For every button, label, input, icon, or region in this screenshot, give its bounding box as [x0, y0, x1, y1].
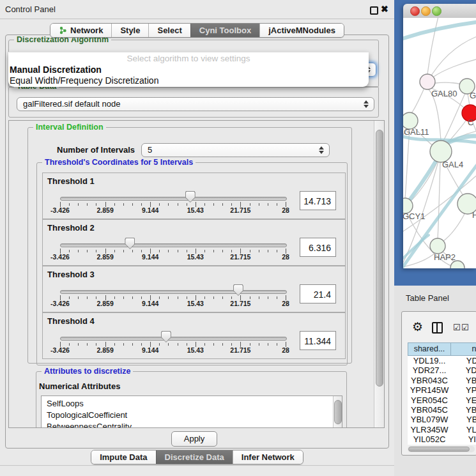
bottom-tab-bar: Impute DataDiscretize DataInfer Network [0, 450, 394, 464]
tab-discretize-data[interactable]: Discretize Data [156, 450, 233, 464]
threshold-slider-track[interactable] [60, 290, 287, 294]
threshold-slider-thumb[interactable] [185, 191, 196, 203]
network-edge-highlighted [403, 22, 476, 40]
slider-tick [78, 296, 79, 299]
settings-vertical-scrollbar[interactable] [374, 121, 384, 427]
tab-impute-data[interactable]: Impute Data [91, 450, 155, 464]
network-node-label: C [468, 118, 473, 127]
table-row[interactable]: YBR045CYBR0 [408, 405, 476, 415]
popup-item-equal-width-frequency[interactable]: Equal Width/Frequency Discretization [10, 75, 158, 86]
slider-tick-label: 21.715 [221, 300, 259, 307]
threshold-panel: Threshold 4 11.344 -3.4262.8599.14415.43… [42, 312, 346, 359]
table-row[interactable]: YDL19...YDL1 [408, 356, 476, 365]
table-row[interactable]: YPR145WYPR1 [408, 385, 476, 395]
attribute-list-item[interactable]: BetweennessCentrality [42, 420, 342, 428]
table-data-combobox[interactable]: galFiltered.sif default node [17, 97, 374, 111]
threshold-slider-thumb[interactable] [125, 238, 135, 249]
float-window-icon[interactable] [370, 6, 378, 15]
slider-tick [141, 203, 142, 206]
slider-tick-label: 15.43 [176, 206, 215, 214]
zoom-traffic-light-icon[interactable] [432, 6, 441, 16]
table-row[interactable]: YDR27...YDR2 [408, 365, 476, 375]
slider-tick-label: 2.859 [86, 253, 125, 261]
attributes-group-title: Attributes to discretize [42, 367, 133, 376]
application-root: Control Panel ✖ NetworkStyleSelectCyni T… [0, 0, 476, 476]
column-split-icon[interactable] [432, 322, 443, 334]
slider-tick [204, 343, 205, 346]
tab-label: Cyni Toolbox [199, 26, 251, 35]
tab-jactivemnodules[interactable]: jActiveMNodules [259, 24, 344, 37]
tab-label: Select [157, 26, 181, 35]
slider-tick [277, 343, 277, 346]
table-row[interactable]: YIL052CYIL0 [408, 434, 476, 444]
close-traffic-light-icon[interactable] [410, 6, 420, 16]
number-of-intervals-spinner[interactable]: 5 [141, 143, 330, 157]
threshold-slider-thumb[interactable] [161, 331, 171, 342]
network-edge [427, 18, 438, 74]
attributes-list-scrollbar[interactable] [333, 396, 342, 428]
column-header-1[interactable]: na [451, 342, 476, 356]
slider-tick-label: 28 [266, 253, 305, 261]
threshold-slider-track[interactable] [60, 243, 287, 247]
checkbox-icon[interactable]: ☑ [453, 323, 461, 332]
slider-tick [187, 296, 187, 299]
slider-tick [259, 203, 259, 206]
slider-tick [132, 203, 133, 206]
slider-tick [250, 296, 250, 299]
minimize-traffic-light-icon[interactable] [421, 6, 431, 16]
slider-tick [168, 250, 169, 252]
slider-tick-label: 21.715 [221, 253, 259, 261]
slider-tick [69, 250, 70, 252]
attribute-list-item[interactable]: TopologicalCoefficient [42, 409, 342, 420]
numerical-attributes-list[interactable]: SelfLoopsTopologicalCoefficientBetweenne… [41, 395, 342, 428]
tab-infer-network[interactable]: Infer Network [233, 450, 303, 464]
apply-button[interactable]: Apply [171, 431, 217, 447]
threshold-value-field[interactable]: 6.316 [300, 238, 336, 257]
network-node-label: GCY1 [403, 211, 425, 221]
threshold-value-field[interactable]: 21.4 [300, 284, 336, 303]
slider-tick [69, 296, 70, 299]
right-workspace: GAL80G.CGAL11GAL4GCY1HHAP2 Table Panel ⚙… [394, 0, 476, 476]
threshold-slider-track[interactable] [60, 197, 287, 201]
threshold-slider-track[interactable] [60, 337, 287, 341]
slider-tick [277, 250, 277, 252]
table-cell: YBR0 [451, 405, 476, 415]
network-node-hap2[interactable] [430, 238, 445, 254]
column-header-0[interactable]: shared... [408, 342, 451, 356]
network-node-gal4[interactable] [430, 141, 452, 162]
settings-gear-icon[interactable]: ⚙ [412, 319, 423, 334]
table-row[interactable]: YBR043CYBR0 [408, 376, 476, 385]
slider-tick-label: 15.43 [176, 346, 215, 354]
table-row[interactable]: YBL079WYBL0 [408, 415, 476, 424]
slider-tick [178, 203, 178, 206]
tab-style[interactable]: Style [111, 24, 148, 37]
slider-tick [204, 296, 205, 299]
threshold-label: Threshold 4 [47, 316, 95, 326]
tab-cyni-toolbox[interactable]: Cyni Toolbox [190, 24, 259, 37]
threshold-slider-thumb[interactable] [233, 284, 243, 296]
network-canvas[interactable]: GAL80G.CGAL11GAL4GCY1HHAP2 [403, 18, 476, 268]
tab-network[interactable]: Network [50, 24, 111, 37]
attribute-list-item[interactable]: SelfLoops [42, 397, 342, 409]
table-row[interactable]: YER054CYER0 [408, 395, 476, 405]
tab-select[interactable]: Select [148, 24, 190, 37]
slider-tick [87, 250, 88, 252]
popup-item-manual-discretization[interactable]: Manual Discretization [10, 65, 102, 75]
threshold-value-field[interactable]: 11.344 [300, 331, 336, 350]
table-panel-title: Table Panel [406, 293, 449, 303]
table-horizontal-scrollbar[interactable] [408, 446, 475, 452]
network-node-label: GAL4 [442, 160, 463, 169]
slider-tick-label: -3.426 [41, 346, 79, 354]
slider-tick [114, 343, 115, 346]
table-row[interactable]: YLR345WYLR3 [408, 425, 476, 434]
number-of-intervals-label: Number of Intervals [57, 145, 135, 155]
network-node-gal80[interactable] [420, 74, 435, 89]
threshold-value-field[interactable]: 14.713 [300, 191, 336, 210]
slider-tick [268, 250, 268, 252]
table-cell: YBL0 [451, 415, 476, 424]
slider-tick [96, 343, 96, 346]
slider-tick [132, 343, 133, 346]
checkbox-icon[interactable]: ☑ [461, 323, 469, 332]
close-icon[interactable]: ✖ [381, 4, 388, 14]
network-node-label: G. [470, 91, 476, 100]
